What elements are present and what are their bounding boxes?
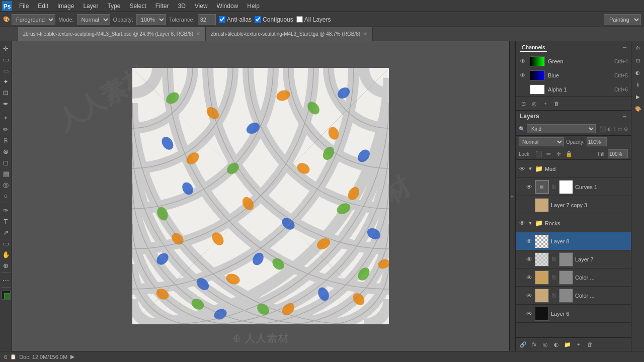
clone-tool[interactable]: ⎘ <box>1 135 11 145</box>
tolerance-input[interactable] <box>198 14 216 25</box>
rocks-visibility-eye[interactable]: 👁 <box>519 220 526 227</box>
layer-row-rocks-group[interactable]: 👁 ▼ 📁 Rocks <box>516 214 631 232</box>
blend-mode-select[interactable]: Normal <box>77 14 110 25</box>
anti-alias-checkbox[interactable] <box>219 16 225 23</box>
eraser-tool[interactable]: ◻ <box>1 157 11 167</box>
channel-blue-eye[interactable]: 👁 <box>519 71 527 79</box>
layer-row-layer7[interactable]: 👁 ⛓ Layer 7 <box>516 250 631 268</box>
opacity-select[interactable]: 100% <box>136 14 166 25</box>
shape-tool[interactable]: ▭ <box>1 238 11 248</box>
color2-visibility-eye[interactable]: 👁 <box>526 292 533 299</box>
new-layer-btn[interactable]: + <box>574 340 583 349</box>
all-layers-checkbox[interactable] <box>296 16 303 23</box>
path-select-tool[interactable]: ↗ <box>1 227 11 237</box>
contiguous-checkbox[interactable] <box>255 16 261 23</box>
tab-1[interactable]: zbrush-tileable-texture-sculpting-M4L3_S… <box>206 27 373 41</box>
tool-preset-select[interactable]: Foreground <box>12 14 55 25</box>
layer-row-layer8[interactable]: 👁 Layer 8 <box>516 232 631 250</box>
layer-row-layer7copy3[interactable]: 👁 Layer 7 copy 3 <box>516 196 631 214</box>
adjustments-panel-icon[interactable]: ◐ <box>633 67 643 77</box>
menu-3d[interactable]: 3D <box>174 2 189 11</box>
gradient-tool[interactable]: ▤ <box>1 168 11 178</box>
layer-row-color2[interactable]: 👁 ⛓ Color ... <box>516 287 631 305</box>
channel-save-icon[interactable]: ◎ <box>530 99 539 108</box>
layer-row-color1[interactable]: 👁 ⛓ Color ... <box>516 268 631 287</box>
lock-position-icon[interactable]: ✏ <box>545 150 553 158</box>
canvas-area[interactable]: 人人素材 人人素材 <box>12 41 509 351</box>
channel-row-blue[interactable]: 👁 Blue Ctrl+5 <box>516 68 631 82</box>
history-tool[interactable]: ⊗ <box>1 146 11 156</box>
dodge-tool[interactable]: ○ <box>1 191 11 201</box>
menu-type[interactable]: Type <box>103 2 124 11</box>
pen-tool[interactable]: ✑ <box>1 205 11 215</box>
healing-tool[interactable]: ⌖ <box>1 113 11 123</box>
lock-pixels-icon[interactable]: ⬛ <box>535 150 543 158</box>
lock-all-icon[interactable]: 🔒 <box>565 150 573 158</box>
layer-row-mud-group[interactable]: 👁 ▼ 📁 Mud <box>516 160 631 178</box>
channel-green-eye[interactable]: 👁 <box>519 57 527 65</box>
color1-visibility-eye[interactable]: 👁 <box>526 274 533 281</box>
menu-select[interactable]: Select <box>125 2 150 11</box>
channel-alpha1-eye[interactable]: 👁 <box>519 85 527 94</box>
layers-menu-icon[interactable]: ☰ <box>622 114 627 119</box>
lasso-tool[interactable]: ⌓ <box>1 65 11 75</box>
filter-adj-icon[interactable]: ◐ <box>607 126 612 132</box>
crop-tool[interactable]: ⊡ <box>1 87 11 98</box>
info-panel-icon[interactable]: ℹ <box>633 79 643 89</box>
menu-edit[interactable]: Edit <box>34 2 52 11</box>
channel-selection-icon[interactable]: ⊡ <box>519 99 528 108</box>
mud-expand-arrow[interactable]: ▼ <box>528 166 533 171</box>
brush-tool[interactable]: ✏ <box>1 124 11 134</box>
mud-visibility-eye[interactable]: 👁 <box>519 165 526 172</box>
filter-smart-icon[interactable]: ⊕ <box>624 126 628 132</box>
delete-layer-btn[interactable]: 🗑 <box>585 340 594 349</box>
opacity-input[interactable] <box>587 137 607 146</box>
layer8-visibility-eye[interactable]: 👁 <box>526 238 533 245</box>
menu-file[interactable]: File <box>15 2 33 11</box>
more-tools[interactable]: ⋯ <box>1 275 11 285</box>
fill-input[interactable] <box>608 149 628 158</box>
tab-0-close[interactable]: ✕ <box>196 31 200 37</box>
type-tool[interactable]: T <box>1 216 11 226</box>
curves1-visibility-eye[interactable]: 👁 <box>526 184 533 191</box>
menu-layer[interactable]: Layer <box>79 2 102 11</box>
properties-panel-icon[interactable]: ⊡ <box>633 55 643 65</box>
lock-artboard-icon[interactable]: ✛ <box>555 150 563 158</box>
add-mask-btn[interactable]: ◎ <box>541 340 550 349</box>
filter-pixel-icon[interactable]: ⬛ <box>600 126 606 132</box>
filter-shape-icon[interactable]: ▭ <box>618 126 622 132</box>
hand-tool[interactable]: ✋ <box>1 249 11 259</box>
zoom-tool[interactable]: ⊕ <box>1 260 11 270</box>
rocks-expand-arrow[interactable]: ▼ <box>528 220 533 226</box>
swatches-panel-icon[interactable]: 🎨 <box>633 104 643 114</box>
tab-1-close[interactable]: ✕ <box>363 31 367 37</box>
status-arrow[interactable]: ▶ <box>70 353 74 360</box>
new-adjustment-btn[interactable]: ◐ <box>552 340 561 349</box>
layer-mode-select[interactable]: Normal <box>519 137 564 146</box>
menu-help[interactable]: Help <box>243 2 264 11</box>
channel-row-alpha1[interactable]: 👁 Alpha 1 Ctrl+6 <box>516 82 631 97</box>
workspace-select[interactable]: Painting <box>604 14 641 25</box>
layer7copy3-visibility-eye[interactable]: 👁 <box>526 202 533 209</box>
channel-row-green[interactable]: 👁 Green Ctrl+4 <box>516 54 631 68</box>
blur-tool[interactable]: ◎ <box>1 179 11 190</box>
menu-window[interactable]: Window <box>213 2 243 11</box>
layer-row-curves1[interactable]: 👁 ▤ ⛓ Curves 1 <box>516 178 631 196</box>
filter-select[interactable]: Kind <box>527 124 596 133</box>
history-panel-icon[interactable]: ⏱ <box>633 43 643 53</box>
quick-select-tool[interactable]: ✦ <box>1 76 11 86</box>
eyedropper-tool[interactable]: ✒ <box>1 99 11 109</box>
tab-0[interactable]: zbrush-tileable-texture-sculpting-M4L3_S… <box>18 27 206 41</box>
layers-list[interactable]: 👁 ▼ 📁 Mud 👁 ▤ ⛓ Curves 1 � <box>516 160 631 337</box>
channels-menu-icon[interactable]: ☰ <box>622 45 627 50</box>
tab-channels[interactable]: Channels <box>520 43 547 52</box>
layer7-visibility-eye[interactable]: 👁 <box>526 256 533 263</box>
menu-view[interactable]: View <box>191 2 212 11</box>
channel-delete-icon[interactable]: 🗑 <box>552 99 561 108</box>
add-style-btn[interactable]: fx <box>530 340 539 349</box>
foreground-color-swatch[interactable] <box>2 291 11 300</box>
move-tool[interactable]: ✛ <box>1 43 11 53</box>
actions-panel-icon[interactable]: ▶ <box>633 92 643 102</box>
new-group-btn[interactable]: 📁 <box>563 340 572 349</box>
layer-row-layer6[interactable]: 👁 Layer 6 <box>516 305 631 323</box>
